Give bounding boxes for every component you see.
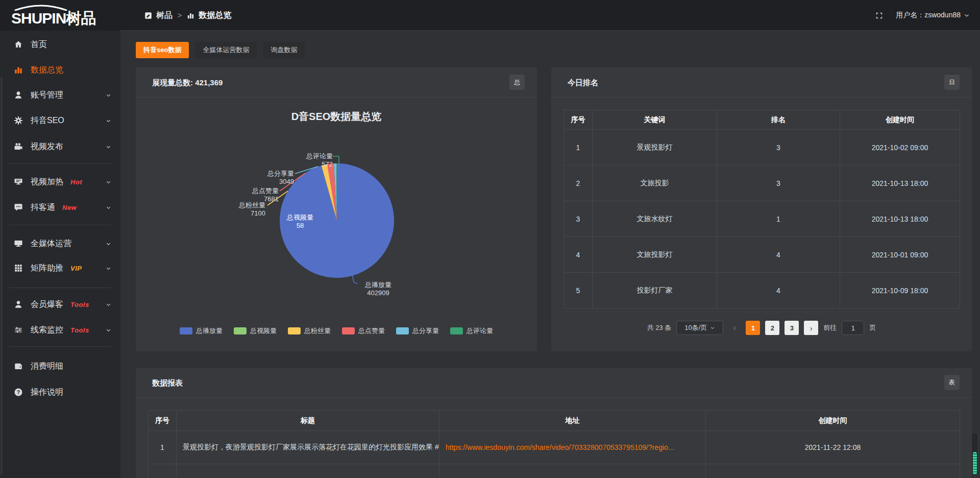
fullscreen-icon[interactable] xyxy=(875,11,884,20)
pie-chart xyxy=(136,67,537,351)
table-cell: 1 xyxy=(564,130,593,165)
table-cell: 2021-10-13 18:00 xyxy=(840,165,960,201)
sidebar-item-media-operation[interactable]: 全媒体运营 xyxy=(0,232,120,255)
legend-item-4[interactable]: 总分享量 xyxy=(396,326,439,336)
legend-item-1[interactable]: 总视频量 xyxy=(234,326,277,336)
table-badge[interactable]: 表 xyxy=(944,375,960,390)
tabs-row: 抖音seo数据全媒体运营数据询盘数据 xyxy=(136,42,305,58)
page-size-value: 10条/页 xyxy=(684,323,707,332)
tab-2[interactable]: 询盘数据 xyxy=(263,42,305,58)
chat-icon xyxy=(13,202,23,212)
chevron-down-icon xyxy=(106,144,111,150)
sidebar-item-label: 操作说明 xyxy=(31,387,63,398)
report-table: 序号标题地址创建时间1景观投影灯，夜游景观投影灯厂家展示展示落花灯在花园里的灯光… xyxy=(148,410,960,478)
panel-divider xyxy=(551,97,972,98)
app-root: SHUPIN树品 树品 > 数据总览 用户名：zswodun88 xyxy=(0,0,980,478)
sidebar-item-label: 视频加热 xyxy=(31,177,63,187)
table-cell: 3 xyxy=(717,165,840,201)
callout-videos: 总视频量 58 xyxy=(280,213,321,230)
legend-item-2[interactable]: 总粉丝量 xyxy=(288,326,331,336)
legend-label: 总播放量 xyxy=(196,326,223,336)
brand-logo: SHUPIN树品 xyxy=(11,3,95,29)
vip-badge: VIP xyxy=(70,265,82,272)
sidebar-item-account[interactable]: 账号管理 xyxy=(0,84,120,106)
sidebar-item-consumption[interactable]: 消费明细 xyxy=(0,355,120,377)
legend-label: 总视频量 xyxy=(250,326,277,336)
table-cell: 2021-11-22 12:08 xyxy=(706,431,960,464)
table-cell: 投影灯厂家 xyxy=(593,273,717,308)
table-header-row: 序号标题地址创建时间 xyxy=(149,411,960,431)
legend-swatch xyxy=(342,327,355,334)
table-header-cell: 创建时间 xyxy=(706,411,960,431)
sidebar-divider xyxy=(9,346,111,347)
page-scrollbar[interactable] xyxy=(971,432,978,476)
legend-swatch xyxy=(288,327,301,334)
pagination: 共 23 条 10条/页 ‹ 123 › 前往 页 xyxy=(551,321,972,335)
ranking-table: 序号关键词排名创建时间1景观投影灯32021-10-02 09:002文旅投影3… xyxy=(564,110,960,308)
chevron-down-icon xyxy=(106,179,111,185)
prev-page-button[interactable]: ‹ xyxy=(728,321,741,335)
sidebar-item-member-baoke[interactable]: 会员爆客 Tools xyxy=(0,293,120,316)
goto-page-input[interactable] xyxy=(842,321,864,335)
sidebar-item-video-publish[interactable]: 视频发布 xyxy=(0,135,120,158)
tab-0[interactable]: 抖音seo数据 xyxy=(136,42,189,58)
table-cell: 2021-10-01 09:00 xyxy=(840,237,960,273)
sidebar-item-help[interactable]: ? 操作说明 xyxy=(0,381,120,403)
sidebar-item-douyin-seo[interactable]: 抖音SEO xyxy=(0,109,120,132)
sidebar-item-label: 首页 xyxy=(31,39,47,50)
table-header-cell: 排名 xyxy=(717,110,840,130)
svg-text:?: ? xyxy=(17,389,20,395)
page-size-select[interactable]: 10条/页 xyxy=(676,321,723,335)
page-button-1[interactable]: 1 xyxy=(746,321,760,335)
sidebar-divider xyxy=(9,163,111,164)
tab-1[interactable]: 全媒体运营数据 xyxy=(195,42,257,58)
table-cell: 4 xyxy=(717,273,840,308)
table-header-cell: 序号 xyxy=(149,411,177,431)
bar-chart-icon xyxy=(13,65,23,75)
header-divider xyxy=(120,30,980,31)
scrollbar-thumb[interactable] xyxy=(973,452,977,474)
legend-item-5[interactable]: 总评论量 xyxy=(450,326,493,336)
panel-title: 数据报表 xyxy=(152,377,183,389)
top-header: SHUPIN树品 树品 > 数据总览 用户名：zswodun88 xyxy=(0,0,980,31)
table-cell: 2021-10-02 09:00 xyxy=(840,130,960,165)
sidebar: 首页 数据总览 账号管理 抖音SEO 视频发布 视频加热 Hot xyxy=(0,31,120,478)
breadcrumb: 树品 > 数据总览 xyxy=(144,0,231,31)
legend-swatch xyxy=(396,327,409,334)
tools-badge: Tools xyxy=(70,326,89,334)
sidebar-item-home[interactable]: 首页 xyxy=(0,33,120,56)
logo-text: SHUPIN树品 xyxy=(11,10,95,27)
video-camera-icon xyxy=(13,141,23,152)
sidebar-item-douketong[interactable]: 抖客通 New xyxy=(0,196,120,219)
breadcrumb-root[interactable]: 树品 xyxy=(156,10,173,21)
leader-line-comments xyxy=(333,156,339,164)
member-icon xyxy=(13,299,23,309)
table-row: 1景观投影灯，夜游景观投影灯厂家展示展示落花灯在花园里的灯光投影应用效果 #ht… xyxy=(149,431,960,464)
legend-item-3[interactable]: 总点赞量 xyxy=(342,326,385,336)
video-link[interactable]: https://www.iesdouyin.com/share/video/70… xyxy=(446,443,674,451)
table-header-cell: 地址 xyxy=(439,411,706,431)
sidebar-item-video-heat[interactable]: 视频加热 Hot xyxy=(0,171,120,193)
grid-icon xyxy=(13,263,23,273)
page-button-2[interactable]: 2 xyxy=(765,321,779,335)
goto-label: 前往 xyxy=(823,323,837,332)
next-page-button[interactable]: › xyxy=(804,321,818,335)
breadcrumb-current: 数据总览 xyxy=(199,10,231,21)
sidebar-item-label: 视频发布 xyxy=(31,141,63,152)
table-cell: 景观投影灯，夜游景观投影灯厂家展示展示落花灯在花园里的灯光投影应用效果 # xyxy=(177,431,439,464)
sliders-icon xyxy=(13,325,23,335)
table-row: 3文旅水纹灯12021-10-13 18:00 xyxy=(564,201,960,237)
user-menu[interactable]: 用户名：zswodun88 xyxy=(896,11,970,20)
username-label: 用户名：zswodun88 xyxy=(896,11,961,20)
sidebar-item-lead-monitor[interactable]: 线索监控 Tools xyxy=(0,319,120,341)
day-badge[interactable]: 日 xyxy=(944,75,960,90)
sidebar-item-matrix-boost[interactable]: 矩阵助推 VIP xyxy=(0,257,120,279)
page-button-3[interactable]: 3 xyxy=(785,321,799,335)
header-right: 用户名：zswodun88 xyxy=(875,0,970,31)
sidebar-item-data-overview[interactable]: 数据总览 xyxy=(0,59,120,81)
ranking-panel: 今日排名 日 序号关键词排名创建时间1景观投影灯32021-10-02 09:0… xyxy=(551,67,972,351)
legend-label: 总评论量 xyxy=(467,326,493,336)
wallet-icon xyxy=(13,361,23,371)
legend-item-0[interactable]: 总播放量 xyxy=(180,326,223,336)
sidebar-divider xyxy=(9,225,111,225)
